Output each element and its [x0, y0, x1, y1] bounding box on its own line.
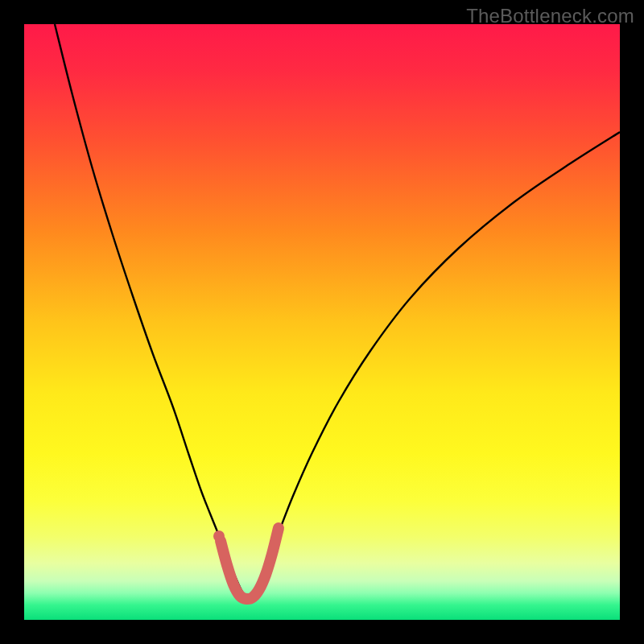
highlight-trough	[221, 528, 279, 599]
bottleneck-curve	[55, 24, 620, 597]
chart-plot	[24, 24, 620, 620]
chart-frame	[24, 24, 620, 620]
trough-dot	[213, 530, 225, 542]
